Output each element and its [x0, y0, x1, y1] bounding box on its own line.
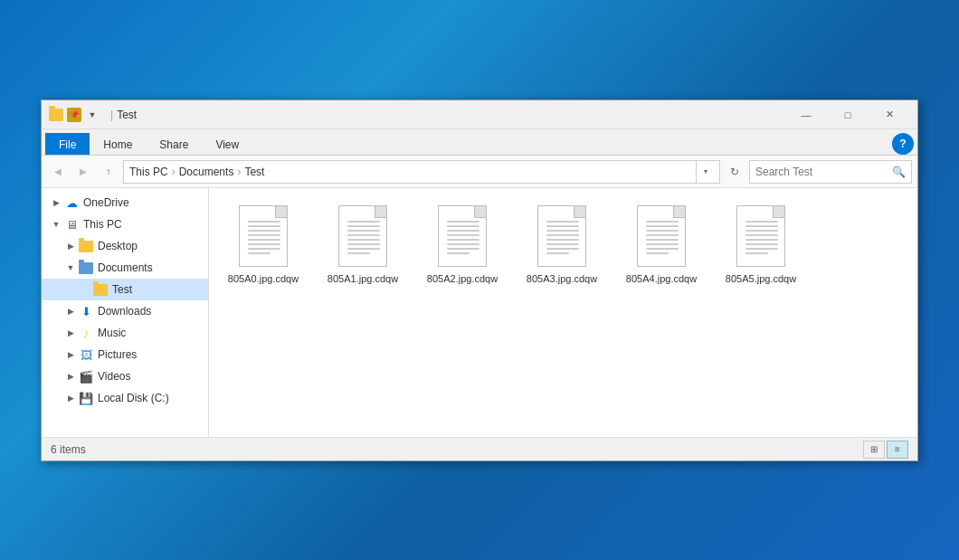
file-name: 805A2.jpg.cdqw [427, 272, 498, 285]
file-item[interactable]: 805A1.jpg.cdqw [318, 197, 408, 291]
file-item[interactable]: 805A4.jpg.cdqw [616, 197, 707, 291]
file-item[interactable]: 805A3.jpg.cdqw [517, 197, 607, 291]
sidebar-item-videos[interactable]: ▶ 🎬 Videos [42, 365, 208, 387]
sidebar-item-documents[interactable]: ▼ Documents [42, 257, 208, 279]
toggle-test-icon [78, 282, 92, 297]
file-line [745, 239, 778, 241]
file-line [646, 239, 679, 241]
sidebar-label-documents: Documents [98, 261, 153, 274]
file-line [546, 248, 579, 250]
file-item[interactable]: 805A0.jpg.cdqw [218, 197, 309, 291]
file-item[interactable]: 805A2.jpg.cdqw [417, 197, 508, 291]
sidebar-label-videos: Videos [98, 370, 130, 383]
file-line [447, 230, 480, 232]
view-buttons: ⊞ ≡ [863, 441, 908, 459]
close-button[interactable]: ✕ [869, 100, 910, 129]
pc-icon: 🖥 [63, 217, 80, 232]
file-icon [336, 204, 390, 269]
pin-icon: 📌 [67, 108, 81, 122]
search-icon[interactable]: 🔍 [892, 166, 906, 178]
tab-home[interactable]: Home [90, 133, 146, 155]
sidebar-item-thispc[interactable]: ▼ 🖥 This PC [42, 214, 208, 235]
title-controls: — □ ✕ [785, 100, 910, 129]
sidebar-item-desktop[interactable]: ▶ Desktop [42, 235, 208, 257]
sidebar-item-pictures[interactable]: ▶ 🖼 Pictures [42, 344, 208, 365]
file-line [347, 225, 380, 227]
file-item[interactable]: 805A5.jpg.cdqw [716, 197, 806, 291]
maximize-button[interactable]: □ [827, 100, 869, 129]
file-page [438, 205, 487, 267]
file-line [447, 248, 480, 250]
file-line [447, 234, 480, 236]
file-line [646, 221, 679, 223]
back-button[interactable]: ◀ [47, 161, 69, 183]
folder-title-icon [49, 109, 63, 121]
toggle-music-icon: ▶ [63, 326, 78, 340]
toggle-icon: ▶ [49, 195, 63, 210]
sep2: › [237, 166, 241, 178]
ribbon-tabs: File Home Share View ? [42, 129, 917, 155]
toggle-desktop-icon: ▶ [63, 239, 78, 253]
music-icon: ♪ [78, 326, 94, 340]
crumb-this-pc[interactable]: This PC [129, 166, 168, 178]
file-line [248, 243, 280, 245]
file-line [646, 234, 679, 236]
file-line [447, 243, 480, 245]
crumb-test[interactable]: Test [244, 166, 264, 178]
title-bar-icons: 📌 ▼ [49, 108, 100, 122]
crumb-documents[interactable]: Documents [179, 166, 234, 178]
file-line [745, 243, 778, 245]
ribbon: File Home Share View ? [42, 129, 917, 156]
file-line [447, 221, 480, 223]
sidebar-label-thispc: This PC [83, 218, 122, 231]
address-dropdown-button[interactable]: ▾ [696, 160, 714, 184]
file-line [546, 239, 579, 241]
tab-file[interactable]: File [45, 133, 90, 155]
help-button[interactable]: ? [892, 133, 914, 155]
file-line [546, 243, 579, 245]
sidebar-item-downloads[interactable]: ▶ ⬇ Downloads [42, 300, 208, 322]
address-path[interactable]: This PC › Documents › Test ▾ [123, 160, 720, 184]
minimize-button[interactable]: — [785, 100, 827, 129]
forward-button[interactable]: ▶ [72, 161, 94, 183]
file-lines [447, 221, 480, 254]
file-line [248, 234, 280, 236]
grid-view-button[interactable]: ⊞ [863, 441, 885, 459]
file-line [248, 221, 280, 223]
file-page [338, 205, 387, 267]
list-view-button[interactable]: ≡ [887, 441, 908, 459]
sidebar-label-downloads: Downloads [98, 305, 151, 318]
status-bar: 6 items ⊞ ≡ [42, 437, 917, 460]
toggle-downloads-icon: ▶ [63, 304, 78, 318]
tab-share[interactable]: Share [146, 133, 202, 155]
sidebar-label-test: Test [112, 283, 132, 296]
file-page [736, 205, 785, 267]
sidebar-item-onedrive[interactable]: ▶ ☁ OneDrive [42, 192, 208, 214]
file-content-area[interactable]: 805A0.jpg.cdqw 805A1.jpg.cdqw 805A2.jpg.… [209, 188, 917, 437]
sidebar-item-test[interactable]: Test [42, 279, 208, 300]
file-name: 805A4.jpg.cdqw [626, 272, 697, 285]
drive-icon: 💾 [78, 391, 94, 405]
file-line [546, 225, 579, 227]
main-area: ▶ ☁ OneDrive ▼ 🖥 This PC ▶ Desktop ▼ Doc… [42, 188, 917, 437]
toggle-documents-icon: ▼ [63, 261, 78, 275]
explorer-window: 📌 ▼ | Test — □ ✕ File Home Share View ? … [41, 100, 918, 461]
file-name: 805A3.jpg.cdqw [527, 272, 597, 285]
file-line [347, 221, 380, 223]
sidebar: ▶ ☁ OneDrive ▼ 🖥 This PC ▶ Desktop ▼ Doc… [42, 188, 209, 437]
file-line [447, 239, 480, 241]
sidebar-item-localdisk[interactable]: ▶ 💾 Local Disk (C:) [42, 387, 208, 409]
file-line [248, 230, 280, 232]
file-line [745, 248, 778, 250]
up-button[interactable]: ↑ [98, 161, 119, 183]
toggle-pictures-icon: ▶ [63, 347, 78, 362]
file-line [745, 225, 778, 227]
file-name: 805A1.jpg.cdqw [328, 272, 398, 285]
folder-test-icon [92, 282, 109, 297]
file-line [248, 239, 280, 241]
address-bar: ◀ ▶ ↑ This PC › Documents › Test ▾ ↻ 🔍 [42, 156, 917, 188]
search-input[interactable] [755, 166, 892, 178]
sidebar-item-music[interactable]: ▶ ♪ Music [42, 322, 208, 344]
tab-view[interactable]: View [202, 133, 252, 155]
refresh-button[interactable]: ↻ [724, 160, 745, 184]
